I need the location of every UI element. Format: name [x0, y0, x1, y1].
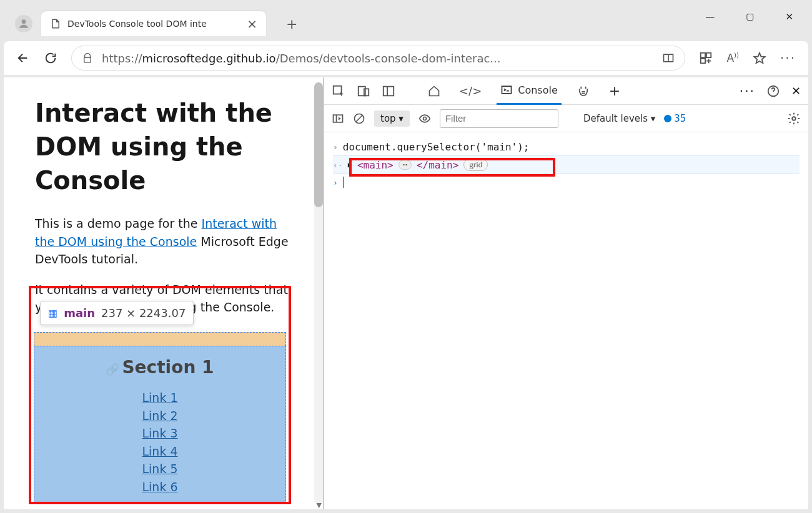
browser-tab[interactable]: DevTools Console tool DOM inte ×: [41, 11, 266, 36]
close-tab-icon[interactable]: ×: [247, 16, 257, 31]
cursor: [343, 177, 344, 188]
toggle-sidebar-icon[interactable]: [332, 112, 344, 125]
svg-point-16: [423, 117, 426, 120]
collections-icon[interactable]: [699, 51, 713, 65]
devtools-pane: </> Console + ··· ✕ top ▾ Default levels…: [324, 77, 808, 509]
back-button[interactable]: [16, 51, 30, 65]
read-aloud-icon[interactable]: A)): [726, 52, 738, 64]
input-prompt-icon: ›: [333, 142, 338, 152]
close-window-button[interactable]: ✕: [785, 11, 793, 22]
profile-avatar[interactable]: [15, 15, 32, 32]
annotation-result-highlight: [349, 158, 555, 177]
live-expression-icon[interactable]: [418, 112, 431, 125]
reader-mode-icon[interactable]: [662, 52, 675, 64]
page-pane: Interact with the DOM using the Console …: [4, 77, 324, 509]
svg-rect-3: [701, 53, 705, 57]
console-tab[interactable]: Console: [497, 77, 562, 105]
clear-console-icon[interactable]: [353, 112, 365, 125]
console-input-line: › document.querySelector('main');: [333, 139, 800, 155]
input-prompt-icon: ›: [333, 178, 338, 187]
svg-rect-4: [706, 53, 711, 57]
console-actionbar: top ▾ Default levels ▾ 35: [324, 105, 808, 132]
sources-tab[interactable]: [573, 77, 594, 105]
devtools-tab-strip: </> Console + ··· ✕: [324, 77, 808, 105]
help-icon[interactable]: [766, 84, 780, 98]
filter-input[interactable]: [440, 109, 558, 128]
maximize-button[interactable]: ▢: [746, 11, 754, 22]
title-bar: DevTools Console tool DOM inte × +: [15, 11, 297, 36]
svg-rect-5: [701, 59, 705, 63]
more-menu-button[interactable]: ···: [780, 51, 796, 66]
svg-rect-9: [384, 86, 394, 95]
console-input-code: document.querySelector('main');: [343, 141, 530, 153]
svg-rect-13: [334, 115, 343, 122]
more-tools-button[interactable]: ···: [740, 84, 755, 99]
welcome-tab[interactable]: [424, 77, 444, 105]
minimize-button[interactable]: —: [705, 11, 715, 22]
close-devtools-button[interactable]: ✕: [791, 84, 801, 97]
console-settings-icon[interactable]: [787, 112, 801, 125]
svg-point-17: [792, 117, 796, 120]
svg-point-0: [22, 19, 26, 24]
dock-side-icon[interactable]: [382, 84, 395, 98]
device-emulation-icon[interactable]: [357, 84, 370, 98]
page-heading: Interact with the DOM using the Console: [35, 96, 292, 197]
new-tool-button[interactable]: +: [605, 77, 624, 105]
refresh-button[interactable]: [44, 51, 57, 65]
console-body[interactable]: › document.querySelector('main'); ‹· ▶ <…: [324, 132, 808, 509]
browser-toolbar: https://microsoftedge.github.io/Demos/de…: [4, 41, 808, 75]
context-selector[interactable]: top ▾: [374, 110, 410, 127]
inspect-element-icon[interactable]: [332, 84, 345, 98]
output-prompt-icon: ‹·: [333, 160, 343, 170]
annotation-highlight-box: [29, 286, 291, 504]
lock-icon: [82, 52, 93, 64]
scroll-down-icon[interactable]: ▼: [317, 501, 322, 509]
log-levels-selector[interactable]: Default levels ▾: [583, 113, 655, 124]
intro-paragraph: This is a demo page for the Interact wit…: [35, 215, 292, 268]
issues-badge[interactable]: 35: [664, 113, 686, 124]
new-tab-button[interactable]: +: [286, 16, 297, 32]
page-favicon-icon: [50, 18, 61, 29]
svg-rect-11: [502, 86, 512, 94]
svg-line-15: [356, 115, 362, 122]
window-controls: — ▢ ✕: [705, 11, 793, 22]
url-text: https://microsoftedge.github.io/Demos/de…: [102, 52, 653, 65]
elements-tab[interactable]: </>: [455, 77, 485, 105]
tab-title: DevTools Console tool DOM inte: [67, 19, 240, 29]
address-bar[interactable]: https://microsoftedge.github.io/Demos/de…: [71, 46, 685, 71]
favorite-icon[interactable]: [753, 51, 766, 65]
scrollbar-thumb[interactable]: [314, 82, 323, 207]
